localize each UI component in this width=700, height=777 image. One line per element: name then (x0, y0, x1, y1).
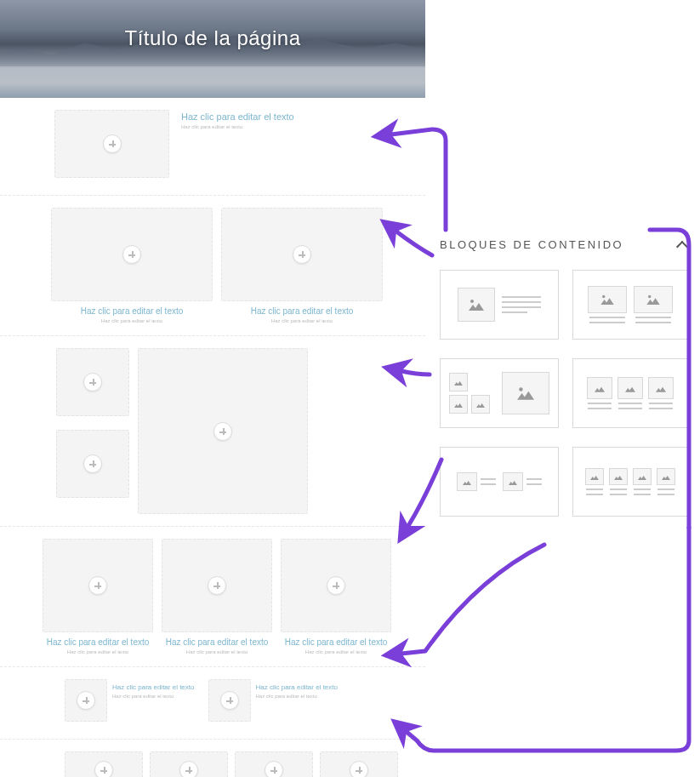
section-four-col[interactable] (0, 739, 425, 777)
image-icon (457, 472, 477, 491)
plus-icon (213, 422, 232, 441)
lines-icon (657, 488, 674, 495)
text-title-placeholder[interactable]: Haz clic para editar el texto (256, 683, 339, 691)
image-icon (648, 377, 674, 399)
text-title-placeholder[interactable]: Haz clic para editar el texto (47, 637, 150, 647)
plus-icon (103, 134, 122, 153)
lines-icon (588, 403, 612, 409)
plus-icon (208, 576, 226, 595)
plus-icon (179, 761, 198, 777)
text-body-placeholder[interactable]: Haz clic para editar el texto (67, 649, 128, 654)
block-template-three-col[interactable] (572, 358, 688, 428)
lines-icon (649, 403, 673, 409)
block-templates-grid (440, 270, 688, 517)
text-title-placeholder[interactable]: Haz clic para editar el texto (181, 111, 294, 122)
text-title-placeholder[interactable]: Haz clic para editar el texto (166, 637, 269, 647)
text-body-placeholder[interactable]: Haz clic para editar el texto (101, 318, 162, 323)
block-template-image-text[interactable] (440, 270, 559, 340)
image-placeholder[interactable] (65, 679, 107, 722)
text-title-placeholder[interactable]: Haz clic para editar el texto (112, 683, 195, 691)
text-body-placeholder[interactable]: Haz clic para editar el texto (186, 649, 248, 654)
image-placeholder[interactable] (54, 110, 169, 178)
lines-icon (586, 488, 603, 495)
block-template-four-col[interactable] (572, 447, 688, 517)
text-body-placeholder[interactable]: Haz clic para editar el texto (112, 694, 174, 699)
text-title-placeholder[interactable]: Haz clic para editar el texto (81, 306, 184, 316)
text-body-placeholder[interactable]: Haz clic para editar el texto (181, 124, 242, 129)
image-icon (458, 288, 495, 322)
lines-icon (634, 488, 651, 495)
image-icon (634, 286, 673, 313)
image-icon (609, 468, 628, 485)
content-blocks-panel: BLOQUES DE CONTENIDO (428, 226, 700, 528)
plus-icon (327, 576, 345, 595)
image-placeholder[interactable] (150, 751, 228, 777)
image-placeholder[interactable] (320, 751, 398, 777)
section-two-col[interactable]: Haz clic para editar el texto Haz clic p… (0, 195, 425, 336)
image-placeholder[interactable] (65, 751, 143, 777)
image-icon (503, 472, 523, 491)
image-placeholder[interactable] (51, 208, 213, 301)
image-icon (587, 377, 612, 399)
page-title[interactable]: Título de la página (125, 26, 301, 50)
image-placeholder[interactable] (43, 539, 153, 632)
svg-point-2 (648, 295, 651, 298)
image-placeholder[interactable] (138, 348, 308, 514)
image-icon (585, 468, 604, 485)
svg-point-0 (470, 300, 474, 303)
lines-icon (635, 317, 671, 323)
section-img-text[interactable]: Haz clic para editar el texto Haz clic p… (0, 97, 425, 196)
image-icon (657, 468, 675, 485)
image-icon (588, 286, 627, 313)
image-placeholder[interactable] (162, 539, 272, 632)
image-placeholder[interactable] (221, 208, 383, 301)
plus-icon (122, 245, 141, 264)
svg-point-1 (602, 295, 605, 298)
lines-icon (502, 296, 541, 313)
panel-header[interactable]: BLOQUES DE CONTENIDO (440, 238, 688, 251)
panel-title: BLOQUES DE CONTENIDO (440, 238, 623, 251)
page-canvas: Título de la página Haz clic para editar… (0, 0, 425, 777)
lines-icon (618, 403, 642, 409)
text-title-placeholder[interactable]: Haz clic para editar el texto (285, 637, 388, 647)
image-icon (502, 372, 549, 414)
thumbnails-icon (449, 373, 490, 414)
plus-icon (350, 761, 368, 777)
lines-icon (610, 488, 627, 495)
section-small-pairs[interactable]: Haz clic para editar el texto Haz clic p… (0, 666, 425, 740)
text-title-placeholder[interactable]: Haz clic para editar el texto (251, 306, 354, 316)
text-body-placeholder[interactable]: Haz clic para editar el texto (305, 649, 367, 654)
section-gallery[interactable] (0, 335, 425, 527)
hero-banner[interactable]: Título de la página (0, 0, 425, 98)
image-icon (617, 377, 643, 399)
image-icon (633, 468, 652, 485)
text-body-placeholder[interactable]: Haz clic para editar el texto (271, 318, 333, 323)
svg-point-3 (519, 387, 522, 391)
plus-icon (83, 373, 102, 391)
image-placeholder[interactable] (56, 430, 129, 498)
content-sections: Haz clic para editar el texto Haz clic p… (0, 97, 425, 777)
text-body-placeholder[interactable]: Haz clic para editar el texto (256, 694, 317, 699)
lines-icon (526, 478, 542, 485)
plus-icon (220, 691, 239, 710)
section-three-col[interactable]: Haz clic para editar el texto Haz clic p… (0, 526, 425, 667)
plus-icon (83, 454, 102, 473)
plus-icon (77, 691, 95, 710)
lines-icon (481, 478, 496, 485)
lines-icon (589, 317, 625, 323)
image-placeholder[interactable] (208, 679, 251, 722)
block-template-two-images[interactable] (572, 270, 688, 340)
plus-icon (265, 761, 283, 777)
image-placeholder[interactable] (56, 348, 129, 416)
image-placeholder[interactable] (235, 751, 313, 777)
chevron-up-icon[interactable] (676, 239, 688, 251)
block-template-small-pairs[interactable] (440, 447, 559, 517)
image-placeholder[interactable] (281, 539, 391, 632)
plus-icon (88, 576, 107, 595)
block-template-gallery[interactable] (440, 358, 559, 428)
plus-icon (94, 761, 113, 777)
plus-icon (293, 245, 311, 264)
